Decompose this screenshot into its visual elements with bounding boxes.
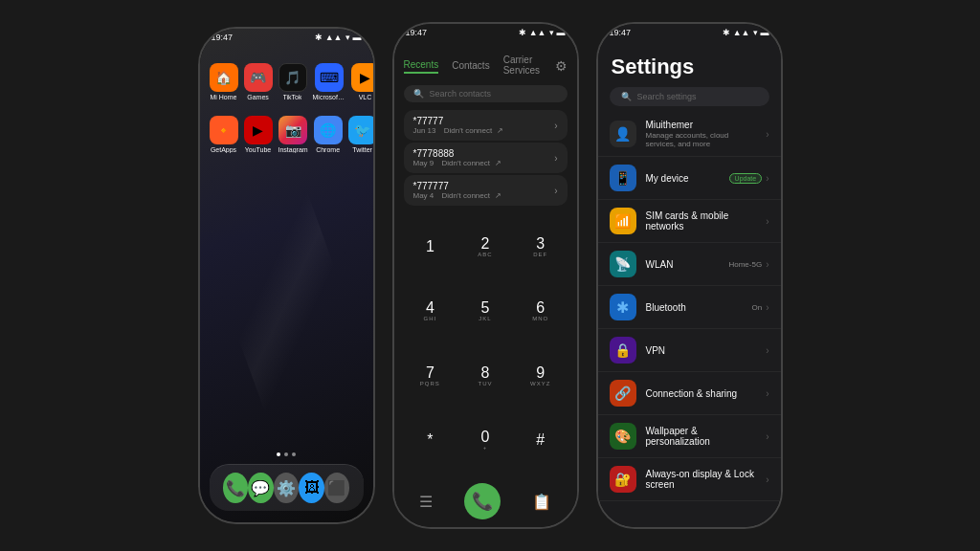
dock-gallery[interactable]: 🖼 [299,473,324,503]
youtube-label: YouTube [245,146,272,153]
settings-item-wlan[interactable]: 📡 WLAN Home-5G › [598,243,781,286]
wallpaper-icon: 🎨 [610,423,636,450]
settings-right-wallpaper: › [766,431,768,442]
wifi-icon: ▾ [345,33,350,42]
tab-contacts[interactable]: Contacts [452,60,489,73]
dock-messages[interactable]: 💬 [248,473,274,503]
bt-icon: ✱ [315,33,323,42]
instagram-icon: 📷 [278,116,307,144]
call-button[interactable]: 📞 [464,483,501,519]
battery-icon-2: ▬ [557,28,566,37]
wifi-icon-3: ▾ [753,28,758,37]
settings-right-connection: › [766,388,768,399]
dial-key-1[interactable]: 1 [404,215,457,278]
dial-key-2[interactable]: 2ABC [458,215,512,278]
twitter-icon: 🐦 [348,116,373,144]
dock-settings[interactable]: ⚙️ [274,473,300,503]
settings-name-wlan: WLAN [646,259,720,270]
mi-home-icon: 🏠 [210,63,238,92]
tiktok-icon: 🎵 [278,63,307,92]
dial-key-8[interactable]: 8TUV [458,344,512,408]
dock-camera[interactable]: ⬛ [324,473,350,503]
settings-item-bluetooth[interactable]: ✱ Bluetooth On › [598,286,781,329]
chevron-lock: › [766,474,768,485]
call-chevron-2: › [554,186,557,196]
app-mi-home[interactable]: 🏠 Mi Home [210,63,238,100]
settings-item-connection[interactable]: 🔗 Connection & sharing › [598,372,781,415]
call-date-1: May 9 Didn't connect ↗ [413,159,502,167]
vlc-icon: ▶ [351,63,373,92]
dialer-settings-icon[interactable]: ⚙ [555,58,568,74]
update-badge: Update [729,173,763,184]
call-date-2: May 4 Didn't connect ↗ [413,191,502,200]
dial-key-4[interactable]: 4GHI [404,280,457,343]
tab-recents[interactable]: Recents [404,59,439,74]
dial-key-6[interactable]: 6MNO [514,280,568,343]
settings-name-sim: SIM cards & mobile networks [646,210,757,231]
call-item-2[interactable]: *777777 May 4 Didn't connect ↗ › [404,175,568,206]
settings-right-wlan: Home-5G › [728,259,768,270]
status-icons-1: ✱ ▲▲ ▾ ▬ [315,33,362,42]
dial-key-0[interactable]: 0+ [458,409,512,473]
tab-carrier[interactable]: Carrier Services [503,55,542,77]
app-chrome[interactable]: 🌐 Chrome [314,116,343,153]
dial-key-7[interactable]: 7PQRS [404,344,457,408]
settings-name-wallpaper: Wallpaper & personalization [646,426,757,447]
contacts-icon[interactable]: 📋 [532,493,551,511]
app-games[interactable]: 🎮 Games [244,63,273,100]
settings-right-vpn: › [766,345,768,356]
call-chevron-1: › [554,153,557,164]
app-grid-row1: 🏠 Mi Home 🎮 Games 🎵 TikTok ⌨ Microsoft S… [200,55,373,108]
call-item-0[interactable]: *77777 Jun 13 Didn't connect ↗ › [404,110,568,141]
signal-icon-2: ▲▲ [529,28,546,37]
wifi-icon-2: ▾ [549,28,554,37]
settings-list: 👤 Miuithemer Manage accounts, cloud serv… [598,112,781,501]
contact-search[interactable]: 🔍 Search contacts [404,85,568,102]
app-swiftkey[interactable]: ⌨ Microsoft SwiftKey [313,63,345,100]
settings-item-miui[interactable]: 👤 Miuithemer Manage accounts, cloud serv… [598,112,781,157]
dial-key-star[interactable]: * [404,409,457,473]
youtube-icon: ▶ [244,116,273,144]
dial-key-9[interactable]: 9WXYZ [514,344,568,408]
wlan-icon: 📡 [610,251,636,277]
settings-item-device[interactable]: 📱 My device Update › [598,157,781,200]
settings-name-connection: Connection & sharing [646,388,757,399]
call-chevron-0: › [554,121,557,131]
time-3: 19:47 [610,28,632,37]
search-icon: 🔍 [413,89,424,99]
settings-item-wallpaper[interactable]: 🎨 Wallpaper & personalization › [598,415,781,458]
instagram-label: Instagram [278,146,308,153]
dial-key-hash[interactable]: # [514,409,568,473]
dial-key-3[interactable]: 3DEF [514,215,568,278]
dial-key-5[interactable]: 5JKL [458,280,512,343]
app-tiktok[interactable]: 🎵 TikTok [278,63,307,100]
sim-icon: 📶 [610,208,636,234]
vlc-label: VLC [359,94,372,100]
app-twitter[interactable]: 🐦 Twitter [348,116,373,153]
status-icons-3: ✱ ▲▲ ▾ ▬ [723,28,769,37]
games-label: Games [247,94,269,100]
settings-screen: 19:47 ✱ ▲▲ ▾ ▬ Settings 🔍 Search setting… [598,24,781,527]
settings-item-sim[interactable]: 📶 SIM cards & mobile networks › [598,200,781,243]
settings-right-miui: › [766,129,768,140]
settings-right-lock: › [766,474,768,485]
call-number-2: *777777 [413,181,502,191]
settings-item-vpn[interactable]: 🔒 VPN › [598,329,781,372]
call-item-1[interactable]: *7778888 May 9 Didn't connect ↗ › [404,143,568,173]
dock-phone[interactable]: 📞 [223,473,249,503]
settings-item-lock[interactable]: 🔐 Always-on display & Lock screen › [598,458,781,501]
app-youtube[interactable]: ▶ YouTube [244,116,273,153]
dialpad-icon[interactable]: ☰ [419,493,433,511]
settings-search-bar[interactable]: 🔍 Search settings [610,87,769,106]
signal-icon: ▲▲ [325,33,343,42]
settings-content-sim: SIM cards & mobile networks [646,210,757,231]
status-bar-2: 19:47 ✱ ▲▲ ▾ ▬ [394,24,577,39]
chevron-miui: › [766,129,768,140]
status-bar-1: 19:47 ✱ ▲▲ ▾ ▬ [200,29,373,44]
app-getapps[interactable]: 🔸 GetApps [210,116,238,153]
chevron-wlan: › [766,259,768,270]
app-vlc[interactable]: ▶ VLC [351,63,373,100]
bluetooth-value: On [751,303,762,312]
chevron-vpn: › [766,345,768,356]
app-instagram[interactable]: 📷 Instagram [278,116,308,153]
